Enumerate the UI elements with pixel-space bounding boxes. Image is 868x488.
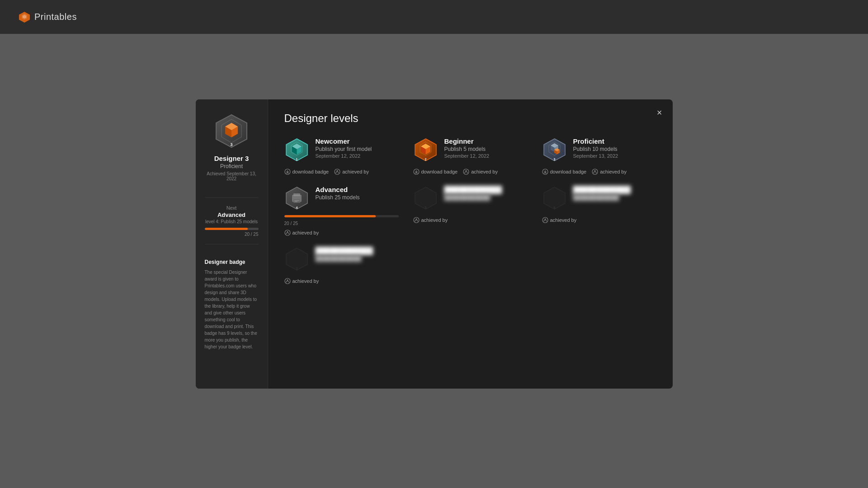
level-progress-fill-advanced [284,215,376,217]
sidebar-badge-icon: 3 [213,113,250,149]
achieved-label-level7: achieved by [292,278,319,284]
level-actions-level7: achieved by [284,278,399,284]
sidebar-next-section: Next Advanced level 4: Publish 25 models… [205,205,259,237]
level-info-level7: ████████████ ████████████ [316,247,399,263]
svg-point-35 [594,170,596,172]
sidebar-progress-text: 20 / 25 [205,232,259,237]
modal-content: Designer levels [268,99,673,389]
level-date-beginner: September 12, 2022 [444,153,528,159]
level-info-beginner: Beginner Publish 5 models September 12, … [444,137,528,159]
achieved-by-btn-level7[interactable]: achieved by [284,278,319,284]
svg-point-52 [544,219,546,220]
level-actions-advanced: achieved by [284,230,399,236]
achieved-icon-newcomer [334,169,340,175]
download-badge-btn-proficient[interactable]: download badge [542,169,587,175]
svg-text:3: 3 [553,158,555,161]
modal: × [196,99,673,389]
level-badge-level7: 7 [284,247,309,272]
svg-point-48 [415,219,417,220]
level-card-level6: 6 ████████████ ████████████ [542,186,656,236]
achieved-by-btn-proficient[interactable]: achieved by [592,169,627,175]
level-desc-beginner: Publish 5 models [444,146,528,152]
achieved-label-newcomer: achieved by [342,169,369,174]
sidebar-badge-container: 3 Designer 3 Proficient Achieved Septemb… [205,113,259,181]
achieved-icon-level7 [284,278,291,284]
level-info-level6: ████████████ ████████████ [573,186,656,202]
svg-text:3: 3 [230,142,232,147]
svg-text:6: 6 [553,206,555,209]
achieved-by-btn-beginner[interactable]: achieved by [463,169,498,175]
sidebar-achieved-date: Achieved September 13, 2022 [205,171,259,181]
level-name-proficient: Proficient [573,137,656,145]
level-card-header-level7: 7 ████████████ ████████████ [284,247,399,272]
achieved-by-btn-newcomer[interactable]: achieved by [334,169,369,175]
sidebar-divider-2 [205,244,259,244]
svg-rect-41 [294,202,297,202]
sidebar-next-desc: level 4: Publish 25 models [205,219,259,224]
svg-point-23 [466,170,467,172]
achieved-label-proficient: achieved by [600,169,627,174]
level-actions-level5: achieved by [413,217,528,223]
modal-sidebar: 3 Designer 3 Proficient Achieved Septemb… [196,99,268,389]
level-progress-text-advanced: 20 / 25 [284,221,399,226]
svg-text:4: 4 [296,206,297,209]
level-name-beginner: Beginner [444,137,528,145]
download-badge-btn-newcomer[interactable]: download badge [284,169,329,175]
svg-text:7: 7 [296,267,297,270]
level-card-level7: 7 ████████████ ████████████ [284,247,399,284]
level-card-header-proficient: 3 Proficient Publish 10 models September… [542,137,656,162]
level-progress-bar-advanced [284,215,399,217]
achieved-label-advanced: achieved by [292,230,319,235]
level-date-newcomer: September 12, 2022 [316,153,399,159]
achieved-by-btn-level6[interactable]: achieved by [542,217,577,223]
achieved-label-level6: achieved by [550,217,577,223]
level-card-header-level5: 5 ████████████ ████████████ [413,186,528,211]
level-actions-newcomer: download badge achieved by [284,169,399,175]
level-card-header-beginner: 2 Beginner Publish 5 models September 12… [413,137,528,162]
level-name-level6: ████████████ [573,186,656,193]
achieved-by-btn-level5[interactable]: achieved by [413,217,448,223]
level-info-newcomer: Newcomer Publish your first model Septem… [316,137,399,159]
download-icon-beginner [413,169,420,175]
download-icon-newcomer [284,169,291,175]
level-badge-proficient: 3 [542,137,567,162]
level-badge-newcomer: 1 [284,137,309,162]
level-name-advanced: Advanced [316,186,399,193]
sidebar-divider [205,197,259,198]
level-info-level5: ████████████ ████████████ [444,186,528,202]
level-card-beginner: 2 Beginner Publish 5 models September 12… [413,137,528,175]
level-card-newcomer: 1 Newcomer Publish your first model Sept… [284,137,399,175]
sidebar-progress-bar-fill [205,228,248,230]
download-label-proficient: download badge [550,169,587,174]
level-name-level5: ████████████ [444,186,528,193]
achieved-icon-beginner [463,169,469,175]
level-card-header-newcomer: 1 Newcomer Publish your first model Sept… [284,137,399,162]
level-desc-level7: ████████████ [316,255,399,262]
level-card-advanced: 4 Advanced Publish 25 models 20 / 25 [284,186,399,236]
sidebar-badge-title: Designer badge [205,259,259,265]
download-label-newcomer: download badge [292,169,329,174]
svg-point-14 [337,170,338,172]
achieved-icon-proficient [592,169,598,175]
modal-overlay: × [0,0,868,488]
download-badge-btn-beginner[interactable]: download badge [413,169,458,175]
svg-point-56 [287,280,288,281]
level-desc-advanced: Publish 25 models [316,194,399,201]
achieved-by-btn-advanced[interactable]: achieved by [284,230,319,236]
sidebar-next-label: Next [205,205,259,211]
close-button[interactable]: × [653,106,666,119]
svg-rect-40 [294,200,299,201]
level-actions-beginner: download badge achieved by [413,169,528,175]
sidebar-badge-desc: The special Designer award is given to P… [205,269,259,350]
svg-rect-38 [293,193,300,196]
level-badge-level6: 6 [542,186,567,211]
sidebar-badge-section: Designer badge The special Designer awar… [205,259,259,350]
sidebar-next-name: Advanced [205,211,259,218]
level-desc-level5: ████████████ [444,194,528,201]
level-desc-proficient: Publish 10 models [573,146,656,152]
level-info-proficient: Proficient Publish 10 models September 1… [573,137,656,159]
level-card-header-level6: 6 ████████████ ████████████ [542,186,656,211]
achieved-icon-level5 [413,217,420,223]
level-actions-level6: achieved by [542,217,656,223]
sidebar-progress-bar-container [205,228,259,230]
